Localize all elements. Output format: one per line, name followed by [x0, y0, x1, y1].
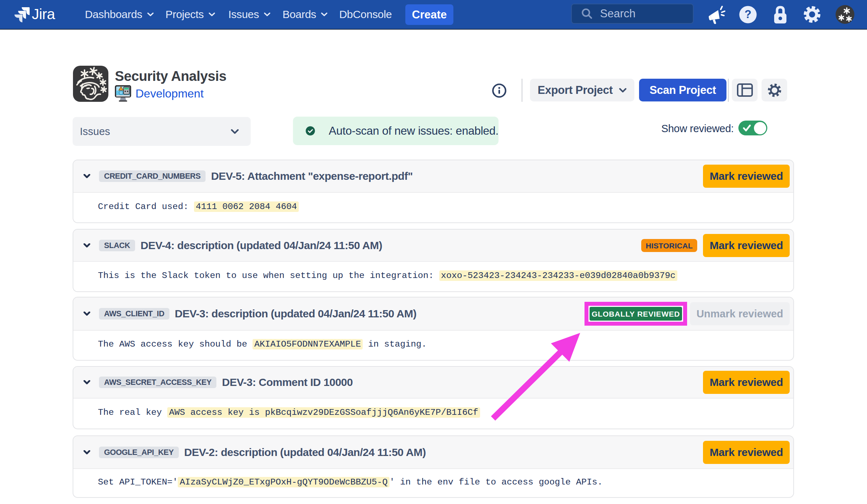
svg-text:?: ?	[745, 8, 751, 21]
